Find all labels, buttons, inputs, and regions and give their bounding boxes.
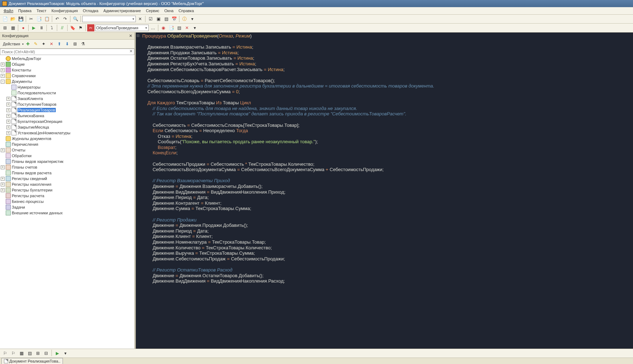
tree-item[interactable]: Бизнес-процессы	[0, 199, 134, 204]
dropdown-icon[interactable]: ▾	[62, 350, 69, 357]
sort-icon[interactable]: ⊞	[71, 40, 79, 48]
debug-copy-icon[interactable]: 📑	[168, 24, 175, 31]
bp-icon[interactable]: ●	[20, 24, 27, 31]
close-icon[interactable]: ✕	[129, 34, 132, 38]
module-icon[interactable]: ▦	[9, 24, 16, 31]
tree-item[interactable]: +Отчеты	[0, 147, 134, 153]
actions-label[interactable]: Действия	[1, 41, 21, 47]
search-input[interactable]	[0, 49, 128, 55]
new-icon[interactable]: 📄	[1, 15, 9, 23]
tree-item[interactable]: +Регистры сведений	[0, 176, 134, 181]
open-icon[interactable]: 📂	[9, 15, 16, 23]
step-icon[interactable]: ⤵	[48, 24, 55, 31]
run-icon[interactable]: ▶	[54, 350, 61, 357]
play-icon[interactable]: ▶	[30, 24, 37, 31]
code-content[interactable]: Процедура ОбработкаПроведения(Отказ, Реж…	[136, 33, 633, 285]
find-icon[interactable]: 🔍	[72, 15, 79, 23]
tree-item[interactable]: +ЗакрытиеМесяца	[0, 124, 134, 130]
tree-item[interactable]: +Регистры бухгалтерии	[0, 187, 134, 193]
calendar-icon[interactable]: 📅	[170, 15, 178, 23]
tree-item[interactable]: +УстановкаЦенНоменклатуры	[0, 130, 134, 136]
tree-item[interactable]: +Константы	[0, 67, 134, 73]
menu-Окна[interactable]: Окна	[162, 8, 176, 14]
tree-item[interactable]: +Регистры накопления	[0, 181, 134, 187]
search-box[interactable]: ✕	[0, 49, 134, 55]
tree-item[interactable]: +БухгалтерскаяОперация	[0, 119, 134, 124]
tree-item[interactable]: Планы видов расчета	[0, 170, 134, 176]
tree-item[interactable]: Планы видов характеристик	[0, 159, 134, 164]
clear-icon[interactable]: ✕	[137, 15, 144, 23]
expander-icon[interactable]: +	[6, 120, 10, 124]
expander-icon[interactable]: +	[6, 97, 10, 101]
status-icon[interactable]: ▦	[18, 350, 25, 357]
expander-icon[interactable]: +	[1, 63, 5, 66]
expander-icon[interactable]: +	[1, 183, 5, 186]
flag-icon[interactable]: ⚑	[77, 24, 84, 31]
procedure-combo[interactable]: ОбработкаПроведения▼	[95, 25, 149, 31]
clear-icon[interactable]: ✕	[128, 49, 134, 55]
delete-icon[interactable]: ✕	[48, 40, 55, 48]
pause-icon[interactable]: ⏸	[38, 24, 45, 31]
search-combo[interactable]: ▼	[82, 16, 136, 22]
edit-icon[interactable]: ✎	[32, 40, 39, 48]
expander-icon[interactable]: +	[6, 131, 10, 135]
undo-icon[interactable]: ↶	[54, 15, 61, 23]
menu-Отладка[interactable]: Отладка	[81, 8, 100, 14]
expander-icon[interactable]: +	[6, 125, 10, 129]
tree-item[interactable]: +ЗаказКлиента	[0, 96, 134, 101]
status-icon[interactable]: ⊟	[43, 350, 50, 357]
status-icon[interactable]: ⚐	[10, 350, 17, 357]
expander-icon[interactable]: +	[1, 188, 5, 192]
dropdown-icon[interactable]: ▾	[189, 15, 196, 23]
tree-item[interactable]: Нумераторы	[0, 84, 134, 90]
menu-Конфигурация[interactable]: Конфигурация	[49, 8, 80, 14]
debug-list-icon[interactable]: ▤	[175, 24, 183, 31]
debug-bp-icon[interactable]: ◉	[160, 24, 167, 31]
tree-item[interactable]: +Планы счетов	[0, 164, 134, 170]
menu-Файл[interactable]: Файл	[1, 8, 15, 14]
expander-icon[interactable]: +	[6, 108, 10, 112]
expander-icon[interactable]: +	[1, 68, 5, 72]
tree-item[interactable]: Журналы документов	[0, 136, 134, 141]
syntax-icon[interactable]: ☑	[147, 15, 154, 23]
info-icon[interactable]: ⓘ	[181, 15, 188, 23]
expander-icon[interactable]: -	[1, 80, 5, 84]
window-icon[interactable]: ▣	[155, 15, 162, 23]
expander-icon[interactable]: +	[1, 148, 5, 152]
save-icon[interactable]: 💾	[17, 15, 24, 23]
proc-icon[interactable]: Pr	[87, 24, 94, 31]
redo-icon[interactable]: ↷	[61, 15, 69, 23]
document-tab[interactable]: Документ РеализацияТова..	[1, 358, 63, 364]
up-icon[interactable]: ⬆	[56, 40, 63, 48]
menu-Правка[interactable]: Правка	[16, 8, 34, 14]
debug-del-icon[interactable]: ✕	[183, 24, 191, 31]
fold-icon[interactable]: ⊟	[136, 34, 140, 38]
paste-icon[interactable]: 📋	[43, 15, 50, 23]
tree-item[interactable]: Регистры расчета	[0, 193, 134, 199]
status-icon[interactable]: ▤	[26, 350, 33, 357]
wand-icon[interactable]: ✦	[40, 40, 47, 48]
expander-icon[interactable]: +	[1, 177, 5, 181]
expander-icon[interactable]: +	[1, 74, 5, 78]
tree-item[interactable]: +Справочники	[0, 73, 134, 79]
copy-icon[interactable]: 📑	[35, 15, 43, 23]
down-icon[interactable]: ⬇	[64, 40, 71, 48]
expander-icon[interactable]: +	[6, 103, 10, 106]
tree-item[interactable]: +Общие	[0, 61, 134, 67]
tree-item[interactable]: Внешние источники данных	[0, 210, 134, 216]
menu-Текст[interactable]: Текст	[34, 8, 49, 14]
tree-item[interactable]: +ВыпискаБанка	[0, 113, 134, 119]
status-icon[interactable]: ⊞	[34, 350, 41, 357]
tree-item[interactable]: МебельДомТорг	[0, 56, 134, 61]
expander-icon[interactable]: +	[1, 165, 5, 169]
tree-item[interactable]: -Документы	[0, 79, 134, 84]
config-tree[interactable]: МебельДомТорг+Общие+Константы+Справочник…	[0, 55, 134, 349]
tree-item[interactable]: +ПоступлениеТоваров	[0, 101, 134, 107]
tree-item[interactable]: Перечисления	[0, 141, 134, 147]
tree-icon[interactable]: ⊞	[1, 24, 9, 31]
tree-item[interactable]: Последовательности	[0, 90, 134, 96]
expander-icon[interactable]: +	[6, 114, 10, 118]
tree-item[interactable]: +РеализацияТоваров	[0, 107, 134, 113]
tree-item[interactable]: Обработки	[0, 153, 134, 159]
bookmark-icon[interactable]: 🔖	[69, 24, 76, 31]
